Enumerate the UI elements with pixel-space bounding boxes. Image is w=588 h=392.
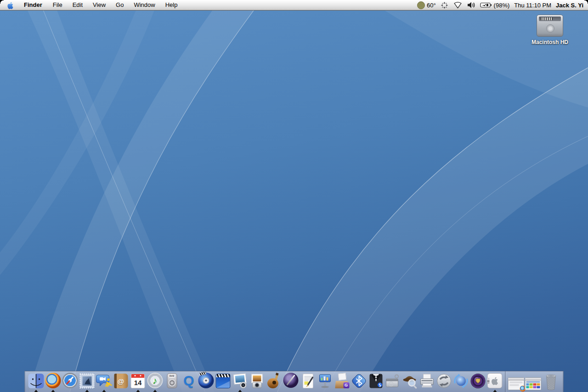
gray-apple-glyph [491, 376, 499, 385]
quill-orb-icon [283, 373, 299, 388]
menu-help[interactable]: Help [160, 0, 183, 10]
dock-item-quill-orb-app[interactable] [283, 371, 300, 392]
menu-go[interactable]: Go [111, 0, 129, 10]
dock-item-firefox[interactable] [45, 371, 62, 392]
tuxedo-icon [368, 373, 384, 389]
dock-item-pages[interactable] [300, 371, 317, 392]
sparkle-sync-icon [441, 1, 448, 9]
screen-corner-left [0, 0, 4, 4]
dock-item-purple-orb-shield-app[interactable] [469, 371, 486, 392]
dock-item-keynote[interactable] [317, 371, 334, 392]
iphoto-icon [232, 373, 248, 389]
mail-stamp-icon [79, 373, 95, 389]
clock-label: Thu 11:10 PM [514, 2, 551, 9]
dock-item-minimized-firefox-window[interactable] [508, 371, 525, 392]
dock-item-bluetooth-file-exchange[interactable] [351, 371, 368, 392]
safari-icon [62, 373, 78, 388]
dock-item-finder[interactable] [28, 371, 45, 392]
desktop-wallpaper: Macintosh HD [0, 10, 588, 392]
dock-item-safari[interactable] [62, 371, 79, 392]
dock-item-ichat[interactable] [96, 371, 113, 392]
dock-item-mail[interactable] [79, 371, 96, 392]
dock-item-ical[interactable]: 14 [130, 371, 147, 392]
image-capture-camera-icon [249, 373, 265, 389]
airport-no-signal-icon [453, 1, 463, 9]
disk-utility-icon [384, 373, 401, 389]
minimized-window-thumbnail [508, 377, 524, 390]
dock-item-minimized-grid-window[interactable] [525, 371, 542, 392]
clock-menu-extra[interactable]: Thu 11:10 PM [514, 2, 551, 9]
volume-label: Macintosh HD [520, 39, 580, 45]
dock-item-disk-utility[interactable] [384, 371, 401, 392]
running-indicator [85, 390, 89, 392]
menu-view[interactable]: View [88, 0, 111, 10]
running-indicator [51, 390, 55, 392]
g-badge: G [343, 382, 349, 388]
apple-icon [7, 1, 14, 9]
bluetooth-icon [351, 373, 367, 389]
pages-document-pen-icon [300, 373, 316, 389]
dock-item-trash[interactable] [542, 371, 561, 392]
running-indicator [238, 390, 242, 392]
dock-item-imovie[interactable] [215, 371, 232, 392]
fast-user-switching-menu[interactable]: Jack S. Yi [556, 2, 583, 9]
garageband-guitar-icon [266, 373, 282, 389]
running-indicator [493, 390, 497, 392]
minimized-window-thumbnail [525, 377, 541, 390]
battery-percent-label: (98%) [494, 2, 510, 9]
ical-icon: 14 [131, 374, 145, 388]
wallpaper-swirls [0, 10, 588, 392]
weather-moon-icon [417, 1, 425, 9]
menu-bar-status-area: 60° [417, 1, 588, 9]
finder-icon [28, 373, 44, 389]
dock-item-garageband[interactable] [266, 371, 283, 392]
dock-item-printer-setup[interactable] [418, 371, 435, 392]
gift-box-envelope-icon: G [334, 373, 349, 388]
menu-file[interactable]: File [48, 0, 68, 10]
screen: Finder File Edit View Go Window Help 60° [0, 0, 588, 392]
dock-item-tuxedo-bluetooth-app[interactable] [368, 371, 384, 392]
sparkle-sync-menu-extra[interactable] [441, 1, 448, 9]
dock-item-dvd-player[interactable]: DVD [164, 371, 181, 392]
dock-item-image-capture[interactable] [249, 371, 266, 392]
dock-item-quicktime[interactable]: Q [181, 371, 198, 392]
software-update-arrows-icon [435, 373, 452, 389]
internal-hard-drive-icon [537, 15, 563, 37]
dock-item-system-preferences[interactable] [486, 371, 503, 392]
battery-menu-extra[interactable]: (98%) [480, 1, 510, 9]
dock-item-idvd[interactable] [198, 371, 215, 392]
volume-icon [467, 1, 475, 9]
purple-orb-shield-icon [469, 373, 486, 389]
dock-item-address-book[interactable]: @ [113, 371, 130, 392]
keynote-easel-icon [317, 373, 333, 389]
weather-menu-extra[interactable]: 60° [417, 1, 436, 9]
dvd-player-remote-icon: DVD [167, 373, 177, 388]
printer-icon [418, 373, 435, 389]
dock-item-gift-box-g-app[interactable]: G [334, 371, 351, 392]
dock-item-sherlock[interactable] [401, 371, 418, 392]
trash-icon [543, 373, 560, 391]
dock-separator [505, 371, 506, 392]
dock-item-software-update[interactable] [435, 371, 452, 392]
music-note-glyph: ♪ [153, 375, 157, 386]
menu-edit[interactable]: Edit [68, 0, 88, 10]
at-glyph: @ [118, 377, 124, 385]
menu-window[interactable]: Window [129, 0, 160, 10]
ical-date: 14 [131, 378, 145, 387]
battery-charging-icon [480, 1, 492, 9]
volume-menu-extra[interactable] [467, 1, 475, 9]
dock-item-iphoto[interactable] [232, 371, 249, 392]
sherlock-hat-magnifier-icon [401, 373, 418, 389]
dock-item-sync-globe-app[interactable] [452, 371, 469, 392]
temperature-label: 60° [427, 2, 436, 9]
idvd-disc-icon [198, 373, 214, 388]
menu-bar: Finder File Edit View Go Window Help 60° [0, 0, 588, 11]
running-indicator [102, 390, 106, 392]
ichat-icon [96, 373, 112, 389]
dvd-logo: DVD [169, 375, 175, 378]
airport-menu-extra[interactable] [453, 1, 463, 9]
firefox-icon [45, 373, 61, 388]
dock-item-itunes[interactable]: ♪ [147, 371, 164, 392]
app-menu-finder[interactable]: Finder [18, 0, 48, 10]
desktop-icon-macintosh-hd[interactable]: Macintosh HD [520, 15, 580, 45]
